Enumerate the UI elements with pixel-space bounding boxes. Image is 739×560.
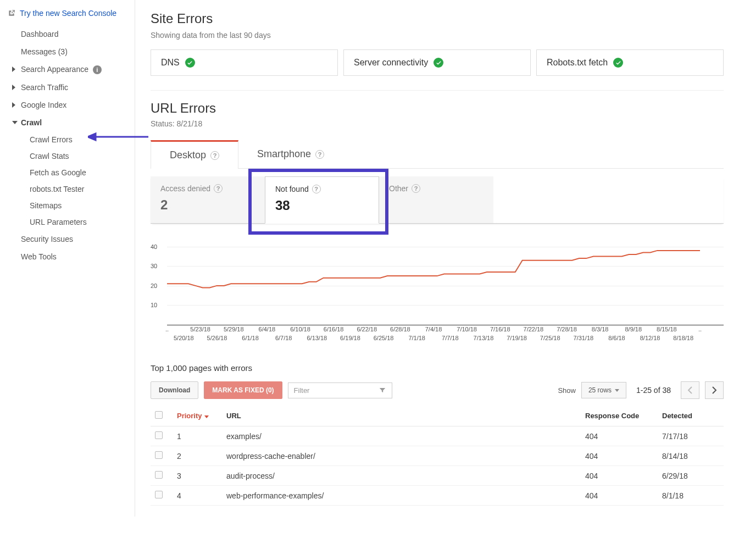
errors-chart: 10203040 ..5/23/185/29/186/4/186/10/186/… — [151, 237, 724, 347]
row-checkbox[interactable] — [155, 491, 163, 498]
check-ok-icon — [434, 58, 443, 68]
row-checkbox[interactable] — [155, 451, 163, 459]
x-tick: 6/25/18 — [374, 335, 394, 341]
help-icon[interactable]: ? — [210, 151, 219, 160]
x-tick: 8/6/18 — [608, 335, 625, 341]
cell-response-code: 404 — [581, 486, 658, 506]
col-priority[interactable]: Priority — [173, 406, 222, 426]
y-tick: 40 — [151, 243, 157, 250]
show-label: Show — [558, 386, 576, 395]
x-tick: 7/1/18 — [408, 335, 425, 341]
url-errors-title: URL Errors — [151, 101, 724, 116]
chevron-down-icon — [12, 121, 18, 124]
chevron-left-icon — [687, 386, 693, 394]
cell-url: examples/ — [222, 426, 581, 446]
sidebar-item-dashboard[interactable]: Dashboard — [0, 25, 135, 43]
y-tick: 20 — [151, 282, 157, 289]
sidebar-item-crawl-stats[interactable]: Crawl Stats — [0, 148, 135, 164]
x-tick: 6/4/18 — [259, 326, 276, 332]
check-ok-icon — [185, 58, 195, 68]
card-not-found[interactable]: Not found? 38 — [265, 176, 379, 224]
x-tick: 5/26/18 — [207, 335, 227, 341]
sidebar-item-sitemaps[interactable]: Sitemaps — [0, 197, 135, 214]
main-content: Site Errors Showing data from the last 9… — [135, 0, 739, 517]
top-pages-title: Top 1,000 pages with errors — [151, 363, 724, 373]
cell-priority: 2 — [173, 446, 222, 466]
y-tick: 30 — [151, 263, 157, 269]
url-error-cards: Access denied? 2 Not found? 38 Other? — [151, 176, 724, 224]
filter-icon — [379, 386, 386, 394]
sidebar-item-google-index[interactable]: Google Index — [0, 96, 135, 114]
x-tick: 5/29/18 — [224, 326, 244, 332]
sidebar-item-messages[interactable]: Messages (3) — [0, 43, 135, 60]
x-tick: 8/9/18 — [625, 326, 642, 332]
cell-detected: 7/17/18 — [658, 426, 724, 446]
sidebar: Try the new Search Console Dashboard Mes… — [0, 0, 135, 517]
pagination-prev-button[interactable] — [681, 381, 699, 399]
cell-detected: 6/29/18 — [658, 466, 724, 486]
col-url[interactable]: URL — [222, 406, 581, 426]
sidebar-item-url-parameters[interactable]: URL Parameters — [0, 214, 135, 230]
table-row[interactable]: 4web-performance-examples/4048/1/18 — [151, 486, 724, 506]
sidebar-item-search-appearance[interactable]: Search Appearance i — [0, 60, 135, 79]
cell-url: web-performance-examples/ — [222, 486, 581, 506]
sidebar-item-web-tools[interactable]: Web Tools — [0, 248, 135, 265]
site-error-card-server[interactable]: Server connectivity — [343, 49, 531, 76]
table-row[interactable]: 2wordpress-cache-enabler/4048/14/18 — [151, 446, 724, 466]
x-tick: 8/12/18 — [640, 335, 660, 341]
pagination-next-button[interactable] — [705, 381, 724, 399]
chevron-right-icon — [12, 66, 15, 72]
rows-per-page-select[interactable]: 25 rows — [581, 382, 626, 398]
x-tick: 6/7/18 — [275, 335, 292, 341]
row-checkbox[interactable] — [155, 471, 163, 479]
help-icon[interactable]: ? — [412, 184, 420, 193]
chart-line — [167, 251, 700, 288]
url-errors-status: Status: 8/21/18 — [151, 119, 724, 128]
help-icon[interactable]: ? — [312, 185, 321, 193]
x-tick: 6/22/18 — [357, 326, 377, 332]
pagination-text: 1-25 of 38 — [636, 386, 671, 395]
try-new-search-console-link[interactable]: Try the new Search Console — [0, 7, 135, 25]
cell-priority: 4 — [173, 486, 222, 506]
chevron-down-icon — [615, 389, 619, 392]
card-access-denied[interactable]: Access denied? 2 — [151, 176, 265, 223]
site-error-card-dns[interactable]: DNS — [151, 49, 338, 76]
site-errors-subtitle: Showing data from the last 90 days — [151, 31, 724, 40]
chevron-right-icon — [12, 85, 15, 90]
card-other[interactable]: Other? — [379, 176, 493, 223]
sidebar-item-crawl-errors[interactable]: Crawl Errors — [0, 131, 135, 148]
x-tick: 7/22/18 — [524, 326, 544, 332]
col-response-code[interactable]: Response Code — [581, 406, 658, 426]
col-detected[interactable]: Detected — [658, 406, 724, 426]
sidebar-item-robots-tester[interactable]: robots.txt Tester — [0, 181, 135, 197]
site-error-card-robots[interactable]: Robots.txt fetch — [536, 49, 724, 76]
help-icon[interactable]: ? — [214, 184, 223, 193]
download-button[interactable]: Download — [151, 381, 198, 399]
x-tick: 8/15/18 — [657, 326, 677, 332]
x-tick: .. — [165, 326, 169, 332]
x-tick: 8/18/18 — [673, 335, 693, 341]
sidebar-item-crawl[interactable]: Crawl — [0, 114, 135, 131]
x-tick: 5/20/18 — [174, 335, 194, 341]
tab-desktop[interactable]: Desktop ? — [151, 140, 238, 169]
cell-detected: 8/1/18 — [658, 486, 724, 506]
filter-input[interactable]: Filter — [288, 382, 392, 398]
row-checkbox[interactable] — [155, 431, 163, 439]
mark-as-fixed-button[interactable]: MARK AS FIXED (0) — [204, 381, 282, 399]
x-tick: 7/10/18 — [457, 326, 477, 332]
x-tick: 5/23/18 — [190, 326, 210, 332]
sidebar-item-security-issues[interactable]: Security Issues — [0, 230, 135, 248]
info-icon: i — [93, 65, 102, 74]
sidebar-item-fetch-as-google[interactable]: Fetch as Google — [0, 164, 135, 181]
x-tick: 7/4/18 — [425, 326, 442, 332]
table-row[interactable]: 1examples/4047/17/18 — [151, 426, 724, 446]
cell-url: audit-process/ — [222, 466, 581, 486]
select-all-checkbox[interactable] — [155, 411, 163, 419]
sidebar-item-search-traffic[interactable]: Search Traffic — [0, 79, 135, 96]
x-tick: 6/16/18 — [324, 326, 344, 332]
cell-detected: 8/14/18 — [658, 446, 724, 466]
tab-smartphone[interactable]: Smartphone ? — [238, 140, 343, 168]
help-icon[interactable]: ? — [315, 150, 324, 159]
table-row[interactable]: 3audit-process/4046/29/18 — [151, 466, 724, 486]
x-tick: .. — [698, 326, 702, 332]
